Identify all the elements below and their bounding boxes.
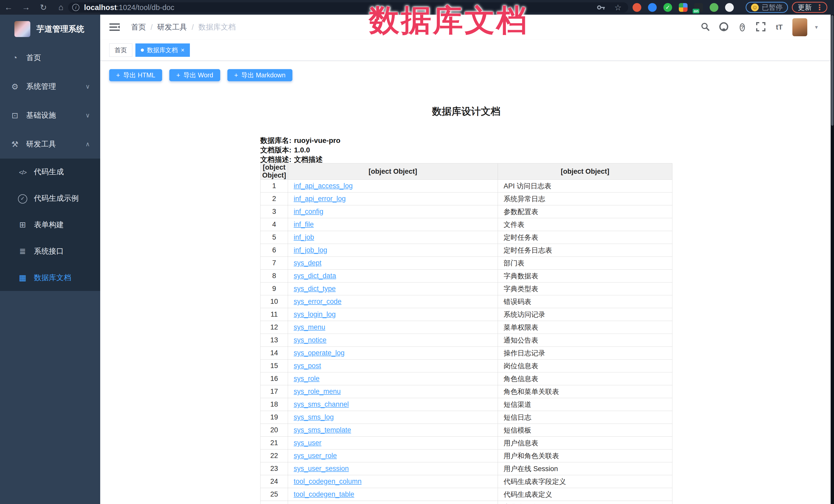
sidebar-collapse-icon[interactable] <box>109 23 120 31</box>
row-table-desc: 菜单权限表 <box>498 321 673 334</box>
table-name-link[interactable]: sys_user_role <box>294 452 337 460</box>
table-name-link[interactable]: tool_codegen_table <box>294 490 354 498</box>
column-header: [object Object] <box>498 163 673 180</box>
breadcrumb-item[interactable]: 数据库文档 <box>198 22 236 32</box>
forward-icon[interactable]: → <box>21 3 31 12</box>
submenu-icon <box>17 167 28 177</box>
table-row: 23 sys_user_session 用户在线 Session <box>261 462 673 475</box>
table-name-link[interactable]: sys_sms_template <box>294 426 351 434</box>
page-tab[interactable]: 首页 <box>109 43 132 57</box>
sidebar-menu-item[interactable]: 首页 <box>0 43 100 72</box>
app-logo-row[interactable]: 芋道管理系统 <box>0 15 100 43</box>
breadcrumb-item[interactable]: 首页 <box>131 22 146 32</box>
row-table-name: sys_sms_channel <box>288 398 498 411</box>
table-name-link[interactable]: sys_dept <box>294 259 322 267</box>
table-name-link[interactable]: sys_dict_type <box>294 285 336 292</box>
github-icon[interactable] <box>718 22 729 32</box>
column-header: [object Object] <box>288 163 498 180</box>
table-row: 6 inf_job_log 定时任务日志表 <box>261 244 673 257</box>
user-menu-caret-icon[interactable]: ▾ <box>815 24 818 30</box>
table-row: 16 sys_role 角色信息表 <box>261 372 673 385</box>
table-name-link[interactable]: inf_api_access_log <box>294 182 353 190</box>
table-name-link[interactable]: sys_notice <box>294 336 327 344</box>
site-info-icon[interactable]: i <box>72 4 80 11</box>
paused-extension-badge[interactable]: ☺ 已暂停 <box>746 2 788 13</box>
table-name-link[interactable]: sys_sms_log <box>294 413 334 421</box>
browser-scrollbar[interactable] <box>831 15 834 504</box>
submenu-label: 系统接口 <box>34 246 90 257</box>
table-name-link[interactable]: sys_user <box>294 439 322 447</box>
breadcrumb-item[interactable]: 研发工具 <box>157 22 187 32</box>
scrollbar-thumb[interactable] <box>831 15 833 126</box>
table-name-link[interactable]: sys_role_menu <box>294 388 341 395</box>
table-name-link[interactable]: inf_config <box>294 208 324 215</box>
sidebar-submenu-item[interactable]: 数据库文档 <box>0 264 100 291</box>
extension-icon[interactable] <box>648 3 657 12</box>
help-icon[interactable]: ? <box>737 24 748 31</box>
table-name-link[interactable]: sys_operate_log <box>294 349 345 357</box>
row-index: 3 <box>261 205 288 218</box>
password-key-icon[interactable] <box>597 5 606 10</box>
home-icon[interactable]: ⌂ <box>56 3 66 12</box>
submenu-icon <box>17 246 28 256</box>
table-name-link[interactable]: tool_codegen_column <box>294 478 361 485</box>
menu-icon <box>9 139 21 149</box>
submenu-icon <box>17 273 28 282</box>
sidebar-submenu-item[interactable]: 表单构建 <box>0 212 100 238</box>
row-table-desc: 操作日志记录 <box>498 347 673 359</box>
fullscreen-icon[interactable] <box>755 22 766 32</box>
extension-icon[interactable] <box>633 3 641 12</box>
row-table-name: sys_login_log <box>288 308 498 321</box>
row-table-desc: 参数配置表 <box>498 205 673 218</box>
bookmark-star-icon[interactable]: ☆ <box>614 3 621 12</box>
browser-menu-dots-icon[interactable]: ⋮ <box>816 3 824 12</box>
table-name-link[interactable]: sys_role <box>294 375 320 382</box>
url-bar[interactable]: i localhost :1024/tool/db-doc ☆ <box>68 2 628 13</box>
table-name-link[interactable]: sys_login_log <box>294 310 336 318</box>
user-avatar[interactable] <box>792 18 807 36</box>
export-button[interactable]: + 导出 Word <box>169 69 220 81</box>
table-name-link[interactable]: inf_api_error_log <box>294 195 346 202</box>
table-name-link[interactable]: inf_file <box>294 220 314 228</box>
page-tab[interactable]: 数据库文档 × <box>135 43 190 57</box>
reload-icon[interactable]: ↻ <box>39 3 48 12</box>
table-row: 5 inf_job 定时任务表 <box>261 231 673 244</box>
row-table-desc: 角色信息表 <box>498 372 673 385</box>
search-icon[interactable] <box>700 22 711 32</box>
table-name-link[interactable]: sys_post <box>294 362 321 370</box>
browser-update-button[interactable]: 更新 ⋮ <box>792 2 827 13</box>
export-button[interactable]: + 导出 Markdown <box>227 69 292 81</box>
active-dot-icon <box>141 49 144 52</box>
sidebar-submenu-item[interactable]: 代码生成 <box>0 158 100 185</box>
page-content: + 导出 HTML + 导出 Word + 导出 Markdown <box>100 61 831 504</box>
sidebar-menu-item[interactable]: 系统管理 ∨ <box>0 72 100 101</box>
extension-badge-label: on <box>693 9 699 13</box>
table-name-link[interactable]: sys_dict_data <box>294 272 336 280</box>
extension-icon[interactable] <box>679 3 687 12</box>
table-name-link[interactable]: sys_sms_channel <box>294 400 349 408</box>
row-table-desc: 字典类型表 <box>498 501 673 504</box>
table-row: 7 sys_dept 部门表 <box>261 257 673 270</box>
extension-icon[interactable]: on <box>694 3 703 12</box>
sidebar-menu-item[interactable]: 基础设施 ∨ <box>0 101 100 130</box>
close-icon[interactable]: × <box>181 46 184 54</box>
app-window: 芋道管理系统 首页 系统管理 ∨ <box>0 15 831 504</box>
table-name-link[interactable]: sys_menu <box>294 323 325 331</box>
back-icon[interactable]: ← <box>4 3 13 12</box>
table-name-link[interactable]: inf_job <box>294 233 314 241</box>
export-button[interactable]: + 导出 HTML <box>109 69 162 81</box>
meta-line: 数据库名:ruoyi-vue-pro <box>260 136 341 145</box>
extension-icon[interactable] <box>725 3 734 12</box>
font-size-icon[interactable]: tT <box>774 23 785 31</box>
sidebar-submenu-item[interactable]: 代码生成示例 <box>0 185 100 212</box>
table-name-link[interactable]: sys_user_session <box>294 465 349 473</box>
extension-badge-label: ✓ <box>665 4 670 11</box>
extension-icon[interactable]: ✓ <box>663 3 672 12</box>
meta-label: 文档描述: <box>260 155 291 163</box>
extension-icon[interactable] <box>710 3 718 12</box>
sidebar-menu-item[interactable]: 研发工具 ∧ <box>0 130 100 158</box>
submenu-label: 数据库文档 <box>34 273 90 283</box>
table-name-link[interactable]: inf_job_log <box>294 246 327 254</box>
sidebar-submenu-item[interactable]: 系统接口 <box>0 238 100 264</box>
table-name-link[interactable]: sys_error_code <box>294 298 342 305</box>
